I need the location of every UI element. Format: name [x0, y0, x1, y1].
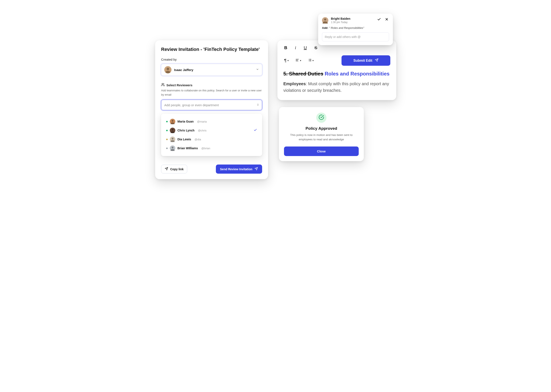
comment-label: Add: [322, 26, 328, 29]
italic-button[interactable]: i [294, 45, 297, 51]
strikethrough-text: 5. Shared Duties [283, 71, 323, 77]
selected-check-icon [254, 128, 257, 133]
avatar [170, 137, 175, 142]
select-reviewers-help: Add teammates to collaborate on this pol… [161, 88, 262, 97]
comment-user-name: Bright Baiden [331, 17, 350, 20]
comment-body: Add: " Roles and Responsibilities" [322, 26, 389, 29]
person-handle: @dia [195, 138, 201, 141]
svg-point-4 [172, 138, 174, 140]
svg-point-1 [162, 83, 163, 84]
svg-point-2 [172, 120, 174, 122]
comment-card: Bright Baiden 1:30 pm Today Add: [318, 14, 393, 45]
doc-bold-word: Employees [283, 81, 306, 86]
inserted-text: Roles and Responsibilities [325, 71, 390, 77]
svg-point-5 [172, 147, 174, 148]
person-option[interactable]: Maria Guan@maria [164, 117, 259, 126]
person-handle: @brian [201, 147, 210, 150]
align-button[interactable]: ▼ [295, 58, 303, 63]
avatar [170, 119, 175, 124]
avatar [164, 66, 172, 73]
avatar [322, 17, 328, 23]
policy-approved-card: Policy Approved This policy is now in mo… [279, 107, 364, 161]
editor-toolbar-row1: B i U S [283, 45, 390, 51]
people-dropdown: Maria Guan@mariaChris Lynch@chrisDia Lew… [161, 114, 262, 156]
close-button[interactable]: Close [284, 147, 359, 156]
editor-toolbar-row2: ¶▼ ▼ ▼ Submit Edit [283, 55, 390, 66]
person-handle: @chris [198, 129, 207, 132]
underline-button[interactable]: U [303, 45, 308, 51]
svg-point-21 [324, 18, 326, 21]
select-reviewers-label: Select Reviewers [161, 83, 262, 87]
status-dot [166, 121, 168, 122]
svg-point-3 [172, 129, 174, 131]
created-by-name: Isaac Jaffery [174, 68, 193, 72]
comment-quote: " Roles and Responsibilities" [329, 26, 364, 29]
review-invitation-card: Review Invitation - 'FinTech Policy Temp… [155, 40, 268, 179]
success-badge [316, 112, 326, 123]
send-icon [254, 167, 258, 171]
status-dot [166, 139, 168, 140]
created-by-select[interactable]: Isaac Jaffery [161, 64, 262, 76]
approved-desc: This policy is now in motion and has bee… [284, 133, 359, 142]
people-combobox[interactable] [161, 100, 262, 110]
person-name: Chris Lynch [177, 129, 194, 132]
person-name: Dia Lewis [177, 138, 191, 141]
align-left-icon [296, 58, 299, 63]
close-icon [385, 18, 389, 22]
list-button[interactable]: ▼ [307, 58, 315, 63]
person-option[interactable]: Brian WIlliams@brian [164, 144, 259, 153]
avatar [170, 128, 175, 133]
accept-button[interactable] [377, 17, 381, 23]
reply-box[interactable] [322, 32, 389, 41]
person-name: Brian WIlliams [177, 147, 198, 150]
send-outline-icon [165, 167, 168, 171]
pilcrow-icon: ¶ [284, 58, 287, 63]
check-circle-icon [319, 114, 324, 121]
comment-time: 1:30 pm Today [331, 21, 350, 24]
invite-title: Review Invitation - 'FinTech Policy Temp… [161, 47, 262, 52]
svg-point-0 [167, 68, 169, 70]
bold-button[interactable]: B [283, 45, 288, 51]
submit-edit-button[interactable]: Submit Edit [341, 55, 390, 66]
person-option[interactable]: Chris Lynch@chris [164, 126, 259, 135]
paragraph-format-button[interactable]: ¶▼ [283, 58, 290, 63]
copy-link-button[interactable]: Copy link [161, 165, 187, 173]
ordered-list-icon [308, 58, 312, 63]
select-reviewers-text: Select Reviewers [167, 83, 193, 87]
approved-title: Policy Approved [284, 126, 359, 131]
person-option[interactable]: Dia Lewis@dia [164, 135, 259, 144]
document-heading-line: 5. Shared Duties Roles and Responsibilit… [283, 70, 390, 77]
status-dot [166, 147, 168, 149]
people-icon [161, 83, 165, 87]
chevron-down-icon [256, 68, 259, 72]
status-dot [166, 130, 168, 131]
reject-button[interactable] [384, 17, 389, 23]
created-by-label: Created by [161, 58, 262, 61]
send-review-label: Send Review Invitation [220, 168, 252, 171]
check-icon [377, 18, 381, 22]
reply-input[interactable] [325, 35, 386, 39]
select-updown-icon [256, 103, 259, 107]
people-input[interactable] [164, 103, 256, 107]
document-body-line: Employees: Must comply with this policy … [283, 81, 390, 94]
person-name: Maria Guan [177, 120, 194, 123]
person-handle: @maria [197, 120, 207, 123]
strikethrough-button[interactable]: S [313, 45, 318, 51]
copy-link-label: Copy link [170, 168, 184, 171]
editor-card: B i U S ¶▼ ▼ ▼ [277, 40, 396, 100]
send-icon [375, 58, 378, 63]
submit-edit-label: Submit Edit [353, 59, 372, 63]
send-review-button[interactable]: Send Review Invitation [216, 165, 262, 174]
avatar [170, 146, 175, 151]
